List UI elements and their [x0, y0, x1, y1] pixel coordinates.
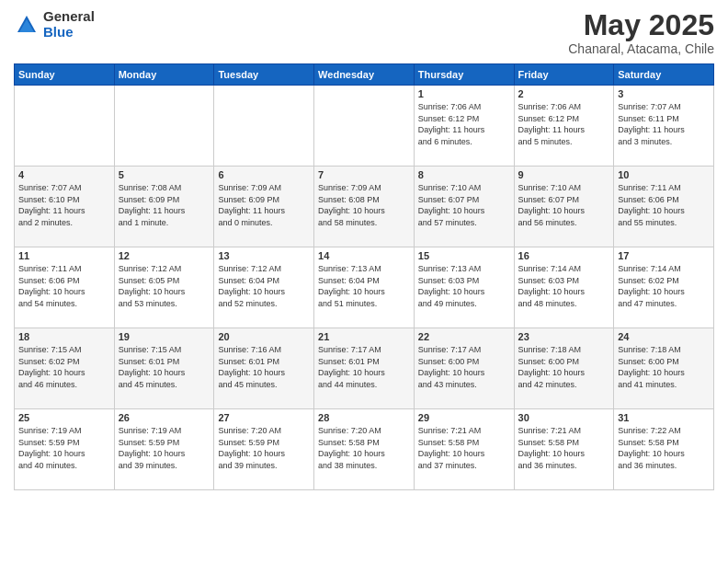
month-title: May 2025 — [568, 9, 714, 41]
calendar-cell: 24Sunrise: 7:18 AMSunset: 6:00 PMDayligh… — [614, 328, 714, 409]
day-info: Sunrise: 7:07 AMSunset: 6:10 PMDaylight:… — [18, 182, 110, 228]
day-number: 14 — [318, 250, 410, 261]
calendar-header-wednesday: Wednesday — [314, 64, 415, 86]
calendar-cell: 16Sunrise: 7:14 AMSunset: 6:03 PMDayligh… — [514, 247, 614, 328]
calendar-cell: 15Sunrise: 7:13 AMSunset: 6:03 PMDayligh… — [414, 247, 514, 328]
calendar-cell: 6Sunrise: 7:09 AMSunset: 6:09 PMDaylight… — [214, 167, 314, 247]
day-info: Sunrise: 7:17 AMSunset: 6:00 PMDaylight:… — [418, 344, 510, 390]
day-info: Sunrise: 7:19 AMSunset: 5:59 PMDaylight:… — [119, 425, 210, 471]
day-info: Sunrise: 7:12 AMSunset: 6:04 PMDaylight:… — [218, 263, 310, 309]
calendar-cell: 26Sunrise: 7:19 AMSunset: 5:59 PMDayligh… — [114, 409, 214, 490]
day-info: Sunrise: 7:21 AMSunset: 5:58 PMDaylight:… — [418, 425, 510, 471]
calendar-header-monday: Monday — [114, 64, 214, 86]
calendar-week-3: 11Sunrise: 7:11 AMSunset: 6:06 PMDayligh… — [15, 247, 714, 328]
calendar-cell: 11Sunrise: 7:11 AMSunset: 6:06 PMDayligh… — [15, 247, 115, 328]
calendar-cell: 9Sunrise: 7:10 AMSunset: 6:07 PMDaylight… — [514, 167, 614, 247]
header: General Blue May 2025 Chanaral, Atacama,… — [14, 9, 714, 56]
day-number: 8 — [418, 169, 510, 180]
calendar-cell: 29Sunrise: 7:21 AMSunset: 5:58 PMDayligh… — [414, 409, 514, 490]
calendar-cell: 23Sunrise: 7:18 AMSunset: 6:00 PMDayligh… — [514, 328, 614, 409]
day-info: Sunrise: 7:20 AMSunset: 5:59 PMDaylight:… — [218, 425, 310, 471]
day-info: Sunrise: 7:06 AMSunset: 6:12 PMDaylight:… — [418, 101, 510, 147]
calendar-header-tuesday: Tuesday — [214, 64, 314, 86]
calendar-cell: 13Sunrise: 7:12 AMSunset: 6:04 PMDayligh… — [214, 247, 314, 328]
day-info: Sunrise: 7:21 AMSunset: 5:58 PMDaylight:… — [518, 425, 610, 471]
day-info: Sunrise: 7:09 AMSunset: 6:09 PMDaylight:… — [218, 182, 310, 228]
calendar-header-sunday: Sunday — [15, 64, 115, 86]
day-info: Sunrise: 7:14 AMSunset: 6:03 PMDaylight:… — [518, 263, 610, 309]
title-block: May 2025 Chanaral, Atacama, Chile — [568, 9, 714, 56]
calendar-cell: 5Sunrise: 7:08 AMSunset: 6:09 PMDaylight… — [114, 167, 214, 247]
day-number: 27 — [218, 412, 310, 423]
calendar-cell: 18Sunrise: 7:15 AMSunset: 6:02 PMDayligh… — [15, 328, 115, 409]
logo: General Blue — [14, 9, 95, 40]
day-number: 18 — [18, 331, 110, 342]
day-info: Sunrise: 7:09 AMSunset: 6:08 PMDaylight:… — [318, 182, 410, 228]
day-info: Sunrise: 7:12 AMSunset: 6:05 PMDaylight:… — [119, 263, 210, 309]
calendar-cell: 10Sunrise: 7:11 AMSunset: 6:06 PMDayligh… — [614, 167, 714, 247]
calendar-table: SundayMondayTuesdayWednesdayThursdayFrid… — [14, 63, 714, 490]
day-info: Sunrise: 7:14 AMSunset: 6:02 PMDaylight:… — [618, 263, 710, 309]
day-info: Sunrise: 7:18 AMSunset: 6:00 PMDaylight:… — [618, 344, 710, 390]
calendar-cell — [15, 86, 115, 167]
day-number: 3 — [618, 88, 710, 99]
day-number: 17 — [618, 250, 710, 261]
day-number: 1 — [418, 88, 510, 99]
day-info: Sunrise: 7:18 AMSunset: 6:00 PMDaylight:… — [518, 344, 610, 390]
day-info: Sunrise: 7:11 AMSunset: 6:06 PMDaylight:… — [618, 182, 710, 228]
calendar-cell — [314, 86, 415, 167]
day-number: 20 — [218, 331, 310, 342]
day-number: 15 — [418, 250, 510, 261]
day-number: 23 — [518, 331, 610, 342]
day-number: 11 — [18, 250, 110, 261]
location: Chanaral, Atacama, Chile — [568, 41, 714, 56]
calendar-cell: 21Sunrise: 7:17 AMSunset: 6:01 PMDayligh… — [314, 328, 415, 409]
calendar-cell: 12Sunrise: 7:12 AMSunset: 6:05 PMDayligh… — [114, 247, 214, 328]
day-info: Sunrise: 7:10 AMSunset: 6:07 PMDaylight:… — [518, 182, 610, 228]
day-info: Sunrise: 7:15 AMSunset: 6:01 PMDaylight:… — [119, 344, 210, 390]
day-number: 29 — [418, 412, 510, 423]
calendar-cell: 28Sunrise: 7:20 AMSunset: 5:58 PMDayligh… — [314, 409, 415, 490]
calendar-cell: 17Sunrise: 7:14 AMSunset: 6:02 PMDayligh… — [614, 247, 714, 328]
calendar-cell: 19Sunrise: 7:15 AMSunset: 6:01 PMDayligh… — [114, 328, 214, 409]
calendar-cell: 31Sunrise: 7:22 AMSunset: 5:58 PMDayligh… — [614, 409, 714, 490]
calendar-cell — [114, 86, 214, 167]
calendar-week-2: 4Sunrise: 7:07 AMSunset: 6:10 PMDaylight… — [15, 167, 714, 247]
day-info: Sunrise: 7:07 AMSunset: 6:11 PMDaylight:… — [618, 101, 710, 147]
calendar-week-5: 25Sunrise: 7:19 AMSunset: 5:59 PMDayligh… — [15, 409, 714, 490]
day-info: Sunrise: 7:06 AMSunset: 6:12 PMDaylight:… — [518, 101, 610, 147]
day-info: Sunrise: 7:13 AMSunset: 6:03 PMDaylight:… — [418, 263, 510, 309]
calendar-cell: 4Sunrise: 7:07 AMSunset: 6:10 PMDaylight… — [15, 167, 115, 247]
day-info: Sunrise: 7:17 AMSunset: 6:01 PMDaylight:… — [318, 344, 410, 390]
day-number: 24 — [618, 331, 710, 342]
calendar-cell: 8Sunrise: 7:10 AMSunset: 6:07 PMDaylight… — [414, 167, 514, 247]
logo-icon — [14, 12, 40, 38]
day-number: 22 — [418, 331, 510, 342]
logo-blue: Blue — [43, 25, 95, 40]
day-number: 9 — [518, 169, 610, 180]
day-number: 26 — [119, 412, 210, 423]
day-info: Sunrise: 7:15 AMSunset: 6:02 PMDaylight:… — [18, 344, 110, 390]
day-info: Sunrise: 7:11 AMSunset: 6:06 PMDaylight:… — [18, 263, 110, 309]
day-number: 16 — [518, 250, 610, 261]
day-number: 5 — [119, 169, 210, 180]
day-number: 28 — [318, 412, 410, 423]
day-number: 12 — [119, 250, 210, 261]
day-number: 2 — [518, 88, 610, 99]
calendar-cell: 2Sunrise: 7:06 AMSunset: 6:12 PMDaylight… — [514, 86, 614, 167]
day-info: Sunrise: 7:13 AMSunset: 6:04 PMDaylight:… — [318, 263, 410, 309]
day-number: 30 — [518, 412, 610, 423]
calendar-header-thursday: Thursday — [414, 64, 514, 86]
calendar-header-row: SundayMondayTuesdayWednesdayThursdayFrid… — [15, 64, 714, 86]
day-number: 4 — [18, 169, 110, 180]
calendar-cell: 20Sunrise: 7:16 AMSunset: 6:01 PMDayligh… — [214, 328, 314, 409]
calendar-header-friday: Friday — [514, 64, 614, 86]
calendar-cell: 22Sunrise: 7:17 AMSunset: 6:00 PMDayligh… — [414, 328, 514, 409]
day-info: Sunrise: 7:10 AMSunset: 6:07 PMDaylight:… — [418, 182, 510, 228]
calendar-cell: 7Sunrise: 7:09 AMSunset: 6:08 PMDaylight… — [314, 167, 415, 247]
day-info: Sunrise: 7:22 AMSunset: 5:58 PMDaylight:… — [618, 425, 710, 471]
day-number: 25 — [18, 412, 110, 423]
day-number: 13 — [218, 250, 310, 261]
calendar-cell: 3Sunrise: 7:07 AMSunset: 6:11 PMDaylight… — [614, 86, 714, 167]
calendar-cell: 27Sunrise: 7:20 AMSunset: 5:59 PMDayligh… — [214, 409, 314, 490]
